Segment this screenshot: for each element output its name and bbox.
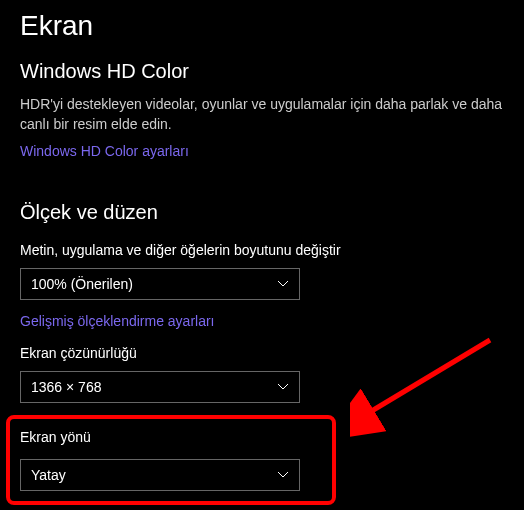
hd-color-title: Windows HD Color xyxy=(20,60,504,83)
resolution-label: Ekran çözünürlüğü xyxy=(20,345,504,361)
chevron-down-icon xyxy=(277,469,289,481)
scale-layout-title: Ölçek ve düzen xyxy=(20,201,504,224)
advanced-scaling-link[interactable]: Gelişmiş ölçeklendirme ayarları xyxy=(20,313,215,329)
hd-color-description: HDR'yi destekleyen videolar, oyunlar ve … xyxy=(20,95,504,134)
text-size-value: 100% (Önerilen) xyxy=(31,276,277,292)
orientation-label: Ekran yönü xyxy=(20,429,322,445)
orientation-value: Yatay xyxy=(31,467,277,483)
chevron-down-icon xyxy=(277,381,289,393)
orientation-dropdown[interactable]: Yatay xyxy=(20,459,300,491)
orientation-highlight: Ekran yönü Yatay xyxy=(6,415,336,505)
chevron-down-icon xyxy=(277,278,289,290)
page-title: Ekran xyxy=(20,10,504,42)
text-size-dropdown[interactable]: 100% (Önerilen) xyxy=(20,268,300,300)
text-size-label: Metin, uygulama ve diğer öğelerin boyutu… xyxy=(20,242,504,258)
resolution-value: 1366 × 768 xyxy=(31,379,277,395)
resolution-dropdown[interactable]: 1366 × 768 xyxy=(20,371,300,403)
hd-color-settings-link[interactable]: Windows HD Color ayarları xyxy=(20,143,189,159)
